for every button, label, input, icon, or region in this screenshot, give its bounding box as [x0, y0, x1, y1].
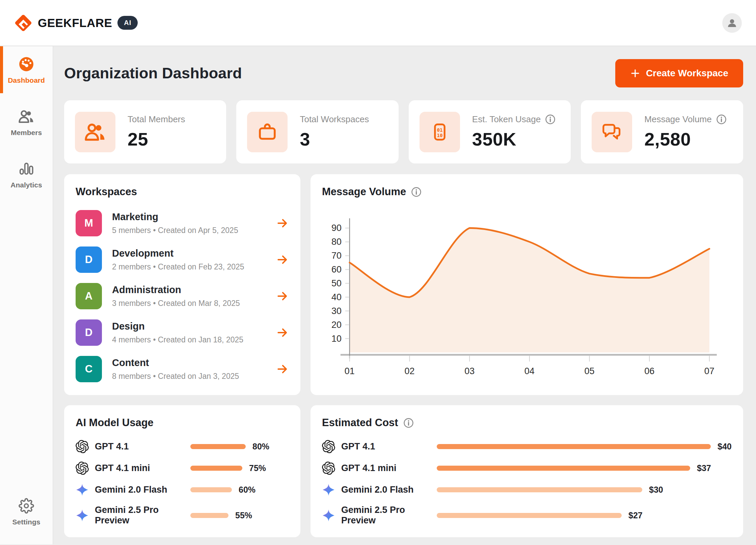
- arrow-right-icon[interactable]: [276, 253, 289, 266]
- cost-value: $37: [697, 463, 711, 473]
- usage-percent: 60%: [239, 485, 255, 495]
- model-usage-row: GPT 4.1 80%: [76, 440, 289, 453]
- stat-value: 25: [128, 129, 185, 150]
- model-label: GPT 4.1 mini: [341, 463, 437, 473]
- cost-value: $27: [628, 511, 643, 520]
- chat-bubbles-icon: [592, 112, 632, 152]
- gemini-icon: [76, 483, 89, 496]
- members-people-icon: [19, 109, 34, 124]
- create-workspace-button[interactable]: Create Workspace: [615, 59, 743, 87]
- sidebar-item-analytics[interactable]: Analytics: [0, 151, 53, 198]
- ai-model-usage-panel: AI Model Usage GPT 4.1 80% GPT 4.1 mini …: [64, 405, 300, 537]
- svg-text:90: 90: [331, 223, 342, 233]
- sidebar-item-dashboard[interactable]: Dashboard: [0, 46, 53, 93]
- cost-value: $40: [718, 442, 732, 451]
- workspace-meta: 5 members • Created on Apr 5, 2025: [112, 226, 238, 235]
- estimated-cost-row: GPT 4.1 $40: [322, 440, 732, 453]
- workspace-row-development[interactable]: D Development 2 members • Created on Feb…: [76, 246, 289, 273]
- workspaces-title: Workspaces: [76, 186, 289, 198]
- stat-label: Est. Token Usage: [472, 114, 541, 125]
- workspace-initial-tile: M: [76, 210, 102, 236]
- workspace-row-marketing[interactable]: M Marketing 5 members • Created on Apr 5…: [76, 210, 289, 236]
- workspace-row-administration[interactable]: A Administration 3 members • Created on …: [76, 283, 289, 309]
- model-usage-row: Gemini 2.0 Flash 60%: [76, 483, 289, 496]
- workspace-row-design[interactable]: D Design 4 members • Created on Jan 18, …: [76, 319, 289, 346]
- gemini-icon: [76, 509, 89, 522]
- svg-text:80: 80: [331, 237, 342, 247]
- svg-text:04: 04: [524, 366, 535, 376]
- usage-percent: 80%: [252, 442, 269, 451]
- sidebar: Dashboard Members Analytics Settings: [0, 46, 53, 544]
- stat-card-token-usage: Est. Token Usage 350K: [409, 100, 571, 163]
- user-avatar[interactable]: [722, 13, 742, 33]
- arrow-right-icon[interactable]: [276, 363, 289, 375]
- stat-card-message-volume: Message Volume 2,580: [581, 100, 743, 163]
- model-label: Gemini 2.0 Flash: [95, 485, 190, 495]
- workspace-row-content[interactable]: C Content 8 members • Created on Jan 3, …: [76, 356, 289, 382]
- svg-text:05: 05: [585, 366, 595, 376]
- workspace-name: Marketing: [112, 211, 238, 223]
- svg-text:06: 06: [644, 366, 654, 376]
- binary-token-icon: [420, 112, 460, 152]
- info-icon[interactable]: [403, 418, 414, 428]
- geekflare-logo[interactable]: GEEKFLARE AI: [14, 14, 138, 32]
- workspace-meta: 2 members • Created on Feb 23, 2025: [112, 262, 244, 271]
- info-icon[interactable]: [411, 187, 422, 197]
- stat-card-total-members: Total Members 25: [64, 100, 226, 163]
- estimated-cost-row: Gemini 2.5 Pro Preview $27: [322, 505, 732, 526]
- gemini-icon: [322, 509, 335, 522]
- usage-bar: [190, 466, 242, 471]
- stat-value: 2,580: [644, 129, 726, 150]
- message-volume-title: Message Volume: [322, 186, 406, 198]
- page-title: Organization Dashboard: [64, 64, 242, 82]
- svg-text:70: 70: [331, 251, 342, 261]
- usage-percent: 75%: [249, 463, 266, 473]
- workspace-initial-tile: D: [76, 319, 102, 346]
- svg-text:40: 40: [331, 292, 342, 302]
- workspace-initial-tile: D: [76, 246, 102, 273]
- svg-text:20: 20: [331, 320, 342, 330]
- dashboard-gauge-icon: [19, 56, 34, 72]
- workspaces-panel: Workspaces M Marketing 5 members • Creat…: [64, 174, 300, 395]
- estimated-cost-row: Gemini 2.0 Flash $30: [322, 483, 732, 496]
- workspace-name: Design: [112, 321, 243, 332]
- gemini-icon: [322, 483, 335, 496]
- estimated-cost-title: Estimated Cost: [322, 417, 398, 429]
- info-icon[interactable]: [716, 114, 727, 125]
- model-usage-row: Gemini 2.5 Pro Preview 55%: [76, 505, 289, 526]
- plus-icon: [630, 68, 640, 78]
- usage-bar: [190, 513, 228, 518]
- workspace-initial-tile: A: [76, 283, 102, 309]
- create-workspace-label: Create Workspace: [646, 68, 728, 79]
- svg-text:50: 50: [331, 278, 342, 288]
- top-bar: GEEKFLARE AI: [0, 0, 756, 46]
- ai-model-usage-title: AI Model Usage: [76, 417, 289, 429]
- workspace-meta: 3 members • Created on Mar 8, 2025: [112, 299, 240, 308]
- workspace-name: Administration: [112, 284, 240, 295]
- cost-value: $30: [649, 485, 663, 495]
- workspace-meta: 8 members • Created on Jan 3, 2025: [112, 372, 239, 381]
- workspace-initial-tile: C: [76, 356, 102, 382]
- cost-bar: [437, 487, 642, 492]
- sidebar-item-members[interactable]: Members: [0, 99, 53, 146]
- openai-icon: [76, 462, 89, 475]
- briefcase-icon: [247, 112, 288, 152]
- openai-icon: [76, 440, 89, 453]
- info-icon[interactable]: [545, 114, 556, 125]
- arrow-right-icon[interactable]: [276, 290, 289, 303]
- arrow-right-icon[interactable]: [276, 326, 289, 339]
- svg-text:10: 10: [331, 334, 342, 344]
- svg-text:02: 02: [405, 366, 415, 376]
- workspace-name: Development: [112, 248, 244, 259]
- workspace-meta: 4 members • Created on Jan 18, 2025: [112, 335, 243, 344]
- model-label: GPT 4.1 mini: [95, 463, 190, 473]
- svg-text:07: 07: [704, 366, 714, 376]
- stat-card-total-workspaces: Total Workspaces 3: [236, 100, 398, 163]
- svg-text:01: 01: [345, 366, 355, 376]
- model-label: GPT 4.1: [95, 441, 190, 452]
- arrow-right-icon[interactable]: [276, 217, 289, 230]
- main-content: Organization Dashboard Create Workspace …: [53, 46, 756, 544]
- estimated-cost-panel: Estimated Cost GPT 4.1 $40 GPT 4.1 mini …: [310, 405, 743, 537]
- sidebar-item-settings[interactable]: Settings: [0, 488, 53, 535]
- openai-icon: [322, 440, 335, 453]
